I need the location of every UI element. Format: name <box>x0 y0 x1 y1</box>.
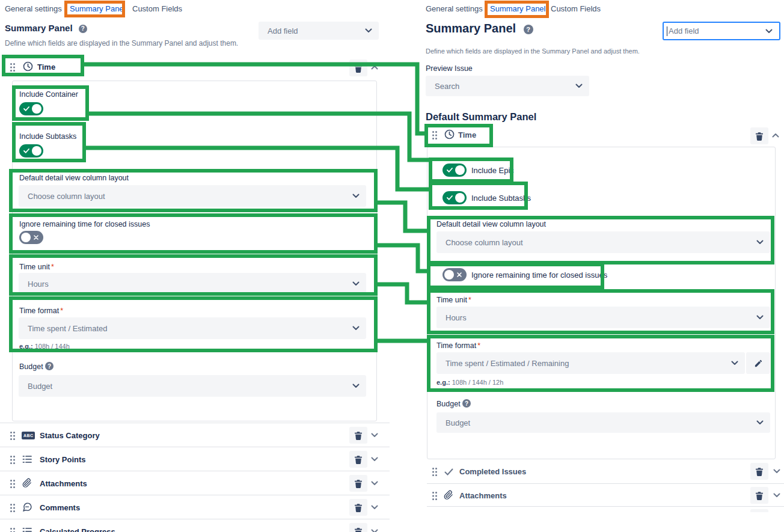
toggle-knob <box>444 270 454 280</box>
column-layout-label: Default detail view column layout <box>436 220 546 228</box>
preview-issue-label: Preview Issue <box>426 64 473 73</box>
help-icon[interactable]: ? <box>462 399 471 408</box>
budget-select[interactable]: Budget <box>436 412 770 433</box>
collapse-time-field-chevron[interactable] <box>772 133 779 138</box>
column-layout-placeholder: Choose column layout <box>446 238 523 247</box>
right-panel: General settings Summary Panel Custom Fi… <box>0 0 784 532</box>
pencil-icon <box>754 359 763 368</box>
trash-icon <box>755 132 764 141</box>
include-subtasks-toggle[interactable] <box>443 191 467 204</box>
time-format-select[interactable]: Time spent / Estimated / Remaining <box>436 352 745 374</box>
drag-handle-icon[interactable] <box>432 467 438 477</box>
column-layout-select[interactable]: Choose column layout <box>436 231 770 253</box>
expand-field-chevron[interactable] <box>773 469 780 474</box>
field-row-label: Completed Issues <box>459 467 526 476</box>
chevron-down-icon <box>756 240 764 245</box>
field-row-completed-issues[interactable]: Completed Issues <box>427 460 784 483</box>
right-add-field-placeholder: Add field <box>669 26 699 35</box>
clock-icon <box>444 129 455 139</box>
time-unit-select[interactable]: Hours <box>436 307 770 328</box>
trash-icon <box>755 491 764 500</box>
toggle-knob <box>455 193 465 203</box>
budget-label: Budget ? <box>436 399 471 408</box>
check-icon <box>444 468 453 475</box>
trash-icon <box>755 467 764 476</box>
preview-issue-placeholder: Search <box>435 82 459 91</box>
include-subtasks-label: Include Subtasks <box>471 194 531 203</box>
field-row-label: Attachments <box>459 491 507 500</box>
drag-handle-icon[interactable] <box>432 130 438 140</box>
toggle-x-icon <box>457 272 462 277</box>
paperclip-icon <box>444 490 453 500</box>
include-epic-label: Include Epic <box>471 166 514 175</box>
partial-delete-field-button[interactable] <box>750 509 768 512</box>
chevron-down-icon <box>756 315 764 320</box>
ignore-remaining-label: Ignore remaining time for closed issues <box>471 271 607 280</box>
time-format-label: Time format* <box>436 341 480 350</box>
active-tab-underline <box>489 16 542 17</box>
help-icon[interactable]: ? <box>524 25 533 34</box>
expand-field-chevron[interactable] <box>773 493 780 498</box>
right-tab-summary-panel[interactable]: Summary Panel <box>490 4 545 13</box>
required-asterisk: * <box>468 296 471 304</box>
chevron-down-icon <box>756 420 764 425</box>
time-unit-label: Time unit* <box>436 296 471 304</box>
toggle-check-icon <box>447 168 453 173</box>
preview-issue-select[interactable]: Search <box>426 76 589 96</box>
toggle-knob <box>455 165 465 175</box>
delete-field-button[interactable] <box>750 487 768 504</box>
field-row-attachments[interactable]: Attachments <box>427 483 784 507</box>
time-format-value: Time spent / Estimated / Remaining <box>446 359 569 368</box>
settings-comparison-screenshot: General settings Summary Panel Custom Fi… <box>0 0 784 532</box>
drag-handle-icon[interactable] <box>432 491 438 501</box>
required-asterisk: * <box>477 341 480 350</box>
text-cursor <box>667 26 667 36</box>
time-format-example: e.g.: 108h / 144h / 12h <box>436 379 503 386</box>
time-unit-value: Hours <box>446 313 467 322</box>
right-tab-custom-fields[interactable]: Custom Fields <box>551 4 601 13</box>
default-summary-panel-heading: Default Summary Panel <box>426 111 536 123</box>
chevron-down-icon <box>731 361 738 365</box>
right-add-field-select[interactable]: Add field <box>663 22 780 40</box>
ignore-remaining-toggle[interactable] <box>443 268 467 281</box>
right-tab-general-settings[interactable]: General settings <box>426 4 483 13</box>
edit-time-format-button[interactable] <box>746 352 770 374</box>
right-page-title: Summary Panel ? <box>426 22 533 35</box>
toggle-check-icon <box>447 195 453 200</box>
right-page-description: Define which fields are displayed in the… <box>426 47 640 55</box>
include-epic-toggle[interactable] <box>443 164 467 177</box>
chevron-down-icon <box>575 84 583 88</box>
delete-field-button[interactable] <box>750 463 768 480</box>
budget-placeholder: Budget <box>446 418 470 427</box>
right-time-panel-title: Time <box>458 130 476 139</box>
chevron-down-icon <box>765 29 773 34</box>
delete-time-field-button[interactable] <box>750 127 768 144</box>
